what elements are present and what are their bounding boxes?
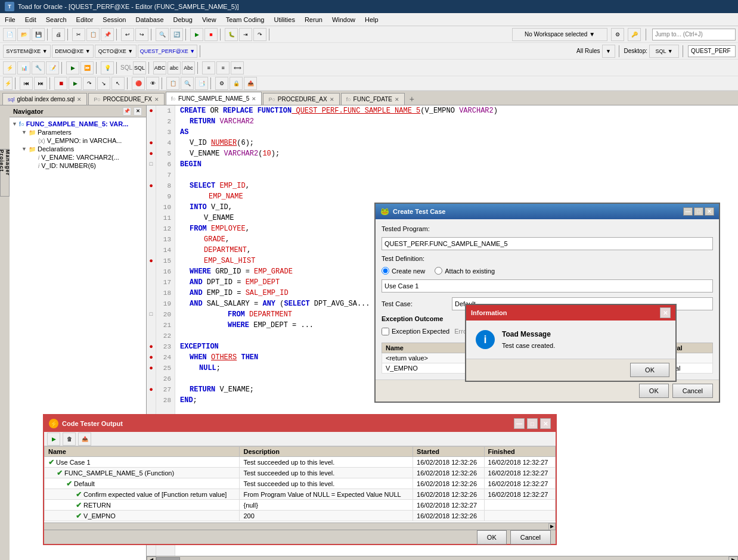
desktop-dropdown[interactable]: SQL ▼	[649, 45, 679, 58]
tree-expand-decls[interactable]: ▼	[21, 146, 29, 152]
exception-expected-label[interactable]: Exception Expected	[382, 328, 449, 335]
copy-btn[interactable]: 📋	[86, 28, 100, 41]
radio-attach-input[interactable]	[435, 267, 442, 275]
conn-qcto[interactable]: QCTO@XE ▼	[95, 45, 137, 58]
radio-create-new-input[interactable]	[382, 267, 389, 275]
tb4-btn3[interactable]: ⏭	[34, 77, 47, 90]
tab-func-fdate[interactable]: f○ FUNC_FDATE ✕	[341, 93, 405, 105]
explain-btn[interactable]: 💡	[101, 61, 114, 74]
align-btn3[interactable]: ⟺	[231, 61, 244, 74]
tab-func-sample[interactable]: f○ FUNC_SAMPLE_NAME_5 ✕	[166, 92, 262, 105]
replace-btn[interactable]: 🔄	[170, 28, 183, 41]
scroll-right-btn[interactable]: ▶	[728, 556, 738, 561]
tb4-extra6[interactable]: 📤	[244, 77, 257, 90]
find-btn[interactable]: 🔍	[156, 28, 169, 41]
tb4-btn7[interactable]: ↘	[97, 77, 110, 90]
tree-expand-params[interactable]: ▼	[21, 129, 29, 135]
create-test-close[interactable]: ✕	[705, 207, 714, 216]
tab-close-ffd[interactable]: ✕	[395, 97, 399, 102]
tb3-execute[interactable]: ▶	[66, 61, 79, 74]
create-test-minimize[interactable]: —	[683, 207, 693, 216]
conn-btn2[interactable]: 🔑	[628, 28, 641, 41]
tree-item-decls[interactable]: ▼ 📁 Declarations	[12, 145, 144, 153]
exception-expected-checkbox[interactable]	[382, 328, 389, 335]
save-btn[interactable]: 💾	[32, 28, 45, 41]
menu-debug[interactable]: Debug	[169, 13, 197, 26]
tab-global-index[interactable]: sql global index demo.sql ✕	[2, 93, 87, 105]
format-btn2[interactable]: abc	[168, 61, 181, 74]
tb4-extra3[interactable]: 📑	[195, 77, 208, 90]
nav-close-btn[interactable]: ✕	[134, 107, 142, 116]
tb4-btn6[interactable]: ↷	[83, 77, 96, 90]
info-close-btn[interactable]: ✕	[660, 307, 671, 318]
h-scroll-track[interactable]	[156, 557, 728, 561]
tb4-btn5[interactable]: ▶	[69, 77, 82, 90]
tb3-btn2[interactable]: 📊	[17, 61, 30, 74]
menu-file[interactable]: File	[0, 13, 20, 26]
h-scroll-thumb[interactable]	[156, 557, 180, 561]
cut-btn[interactable]: ✂	[72, 28, 85, 41]
output-content[interactable]: Name Description Started Finished ✔ Use …	[44, 446, 556, 522]
conn-demo[interactable]: DEMO@XE ▼	[52, 45, 94, 58]
scroll-left-btn[interactable]: ◀	[147, 556, 156, 561]
debug-btn[interactable]: 🐛	[225, 28, 238, 41]
output-close-btn[interactable]: ✕	[540, 418, 551, 429]
undo-btn[interactable]: ↩	[121, 28, 134, 41]
tb4-extra1[interactable]: 📋	[166, 77, 179, 90]
menu-database[interactable]: Database	[131, 13, 168, 26]
tab-close-pfx[interactable]: ✕	[154, 97, 159, 102]
radio-attach-existing[interactable]: Attach to existing	[435, 267, 495, 275]
radio-create-new[interactable]: Create new	[382, 267, 425, 275]
tree-item-vename[interactable]: i V_ENAME: VARCHAR2(...	[12, 153, 144, 161]
tb3-btn3[interactable]: 🔧	[32, 61, 45, 74]
menu-view[interactable]: View	[197, 13, 221, 26]
tb3-execute2[interactable]: ⏩	[80, 61, 94, 74]
menu-edit[interactable]: Edit	[20, 13, 41, 26]
format-btn3[interactable]: Abc	[182, 61, 195, 74]
create-test-ok-btn[interactable]: OK	[639, 384, 669, 398]
run-btn[interactable]: ▶	[190, 28, 203, 41]
align-btn2[interactable]: ≡	[216, 61, 230, 74]
sql-btn1[interactable]: SQL	[133, 61, 146, 74]
tb4-btn4[interactable]: ⏹	[54, 77, 67, 90]
output-h-scroll[interactable]: ▶	[44, 522, 556, 530]
menu-help[interactable]: Help	[360, 13, 383, 26]
tab-close-fsn[interactable]: ✕	[252, 96, 256, 102]
schema-input[interactable]	[688, 45, 736, 57]
menu-search[interactable]: Search	[41, 13, 72, 26]
new-btn[interactable]: 📄	[3, 28, 16, 41]
output-cancel-btn[interactable]: Cancel	[510, 530, 551, 545]
create-test-maximize[interactable]: □	[694, 207, 703, 216]
nav-pin-btn[interactable]: 📌	[123, 107, 131, 116]
tb3-btn1[interactable]: ⚡	[3, 61, 16, 74]
tb4-btn2[interactable]: ⏮	[20, 77, 33, 90]
tree-item-vempno[interactable]: (x) V_EMPNO: in VARCHA...	[12, 136, 144, 145]
h-scroll[interactable]: ◀ ▶	[147, 556, 738, 560]
tab-close-global-index[interactable]: ✕	[77, 97, 82, 102]
menu-session[interactable]: Session	[98, 13, 131, 26]
menu-utilities[interactable]: Utilities	[269, 13, 299, 26]
tb4-btn1[interactable]: ⚡	[3, 77, 13, 90]
tb4-extra2[interactable]: 🔍	[181, 77, 194, 90]
tab-procedure-ax[interactable]: P○ PROCEDURE_AX ✕	[263, 93, 339, 105]
tb4-watch-btn[interactable]: 👁	[146, 77, 159, 90]
open-btn[interactable]: 📂	[17, 28, 30, 41]
output-scroll-right[interactable]: ▶	[548, 523, 556, 530]
conn-system[interactable]: SYSTEM@XE ▼	[3, 45, 51, 58]
output-ok-btn[interactable]: OK	[477, 530, 507, 545]
workspace-dropdown[interactable]: No Workspace selected ▼	[512, 28, 607, 41]
out-run-btn[interactable]: ▶	[47, 433, 60, 446]
tree-item-params[interactable]: ▼ 📁 Parameters	[12, 128, 144, 136]
tb3-btn4[interactable]: 📝	[46, 61, 59, 74]
tree-item-vid[interactable]: i V_ID: NUMBER(6)	[12, 161, 144, 170]
menu-window[interactable]: Window	[327, 13, 360, 26]
tb4-extra5[interactable]: 🔒	[230, 77, 243, 90]
redo-btn[interactable]: ↪	[135, 28, 148, 41]
tab-add-btn[interactable]: +	[406, 93, 418, 105]
conn-btn1[interactable]: ⚙	[611, 28, 624, 41]
tree-expand-func[interactable]: ▼	[12, 121, 19, 127]
tb4-bp-btn[interactable]: 🔴	[132, 77, 145, 90]
print-btn[interactable]: 🖨	[52, 28, 65, 41]
project-manager-tab[interactable]: Project Manager	[0, 149, 10, 197]
paste-btn[interactable]: 📌	[101, 28, 114, 41]
